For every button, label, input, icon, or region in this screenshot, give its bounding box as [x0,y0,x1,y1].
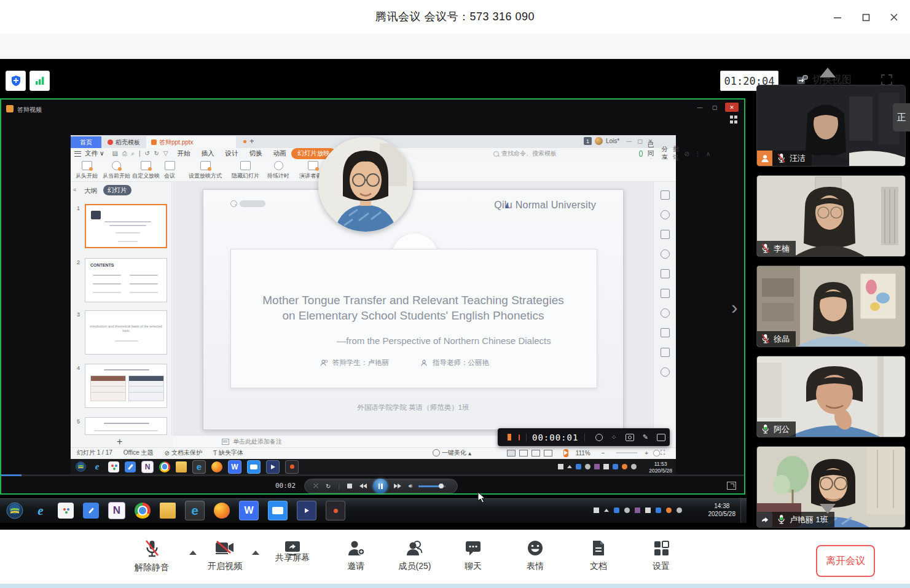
participant-tile-linan[interactable]: 李楠 [756,175,906,257]
unmute-button[interactable]: 解除静音 [126,539,178,580]
repeat-icon: ↻ [326,483,331,490]
rail-icon [661,367,670,377]
members-button[interactable]: 成员(25) [389,539,441,580]
mic-muted-icon [144,539,160,558]
zoom-slider [616,452,637,453]
show-desktop-sliver [740,498,747,523]
ribbon-custom-show: 自定义放映 [132,161,160,180]
participant-tile-wangjie[interactable]: 汪洁 [756,85,906,167]
meeting-toolbar: 01:20:04 切换视图 [0,34,910,59]
chat-bubble-icon [464,539,482,557]
fullscreen-icon [881,74,893,86]
rail-icon [661,289,670,298]
tray-icon [576,464,581,469]
ribbon-hide-slide: 隐藏幻灯片 [232,161,259,180]
speaking-tooltip-fragment: 正 [893,103,910,131]
tray-icon [585,464,590,469]
wps-search: 查找命令、搜索模板 [493,149,557,158]
recorder-time: 00:00:01 [532,433,578,442]
participant-tile-luyanli[interactable]: 卢艳丽 1班 [756,446,906,528]
tray-icon [604,509,609,512]
start-video-button[interactable]: 开启视频 [199,539,251,580]
pause-button-icon [373,479,388,493]
notification-badge: 1 [584,137,592,145]
read-view-icon [531,450,540,457]
ribbon-rehearse: 排练计时 [267,161,289,180]
mic-on-icon [777,514,786,525]
thumb-number: 3 [74,312,80,318]
zoom-in-icon: ＋ [643,449,649,457]
tray-icon [635,508,640,513]
chat-button[interactable]: 聊天 [447,539,499,580]
rail-icon [661,328,670,337]
recorder-app-icon [326,501,345,520]
slide-thumbnail-4 [85,364,167,408]
volume-icon: 🔊︎ [409,482,412,490]
tray-icon [567,465,572,468]
window-titlebar: 腾讯会议 会议号：573 316 090 [0,0,910,34]
slide-search-pill [230,200,265,207]
close-icon [890,13,898,22]
maximize-button[interactable] [857,8,875,26]
docs-button[interactable]: 文档 [573,539,624,580]
slide-student-credit: 答辩学生：卢艳丽 [320,358,389,367]
settings-button[interactable]: 设置 [635,539,687,580]
next-page-arrow[interactable]: › [731,296,738,319]
active-speaker-badge [757,151,772,166]
firefox-icon [214,503,230,519]
pptx-file-icon [151,139,157,145]
scroll-up-arrow[interactable] [820,68,836,77]
play-slideshow-icon [563,449,568,457]
wps-right-rail [653,182,676,435]
share-screen-button[interactable]: 共享屏幕 [267,539,318,580]
camera-muted-icon [214,539,235,557]
panel-collapse-icon: « [73,186,77,193]
wps-icon: W [228,460,241,474]
zoom-level: 111% [576,450,590,457]
recorder-overlay: 00:00:01 ⁘ ✎ [498,428,670,446]
thumb-number: 1 [74,205,80,211]
participant-chip: 卢艳丽 1班 [757,512,834,527]
ie-icon: e [92,461,103,472]
audio-options-caret[interactable] [189,551,197,555]
invite-button[interactable]: 邀请 [330,539,382,580]
recorder-camera-icon [626,434,634,441]
tray-icon [603,464,609,469]
recorder-app-icon [285,460,299,474]
volume-slider [418,485,445,487]
participant-name: 阿公 [774,424,790,435]
video-options-caret[interactable] [252,551,259,555]
close-button[interactable] [885,8,903,26]
university-name: Qilu Normal University [467,200,596,211]
notes-icon [222,439,229,445]
security-shield-button[interactable] [6,71,26,91]
leave-meeting-button[interactable]: 离开会议 [816,545,875,577]
screen-sharing-badge [757,512,772,527]
network-quality-button[interactable] [29,71,50,91]
pen-app-icon [125,461,136,472]
presenter-webcam-bubble [318,137,413,232]
rail-icon [661,348,670,357]
recorder-window-icon [657,434,665,441]
recorded-taskbar: e N e W 11:53 2020/5/28 [71,459,676,474]
advisor-icon [420,359,428,367]
chrome-icon [135,503,151,519]
wps-menu-insert: 插入 [195,149,219,158]
minimize-button[interactable] [828,8,847,26]
participant-name: 李楠 [774,243,790,254]
slide-thumbnail-2: CONTENTS [85,258,167,302]
scroll-down-arrow[interactable] [820,504,836,514]
media-controls: ⤫ ↻ | 🔊︎ [304,479,458,493]
participant-name: 徐晶 [774,334,790,345]
emoji-button[interactable]: 表情 [509,539,561,580]
participant-tile-agong[interactable]: 阿公 [756,356,906,437]
sorter-view-icon [519,450,528,457]
slide-thumbnail-1 [85,204,167,248]
quick-access-icons: ▤ ⎙ ⌕ | ↺ ↻ ▽ [110,150,172,157]
hamburger-icon [74,151,81,157]
slide-title-line2: on Elementary School Students' English P… [233,309,593,323]
participant-name: 汪洁 [790,153,806,164]
participant-tile-xujing[interactable]: 徐晶 [756,265,906,347]
members-icon [406,539,424,557]
normal-view-icon [507,450,516,457]
